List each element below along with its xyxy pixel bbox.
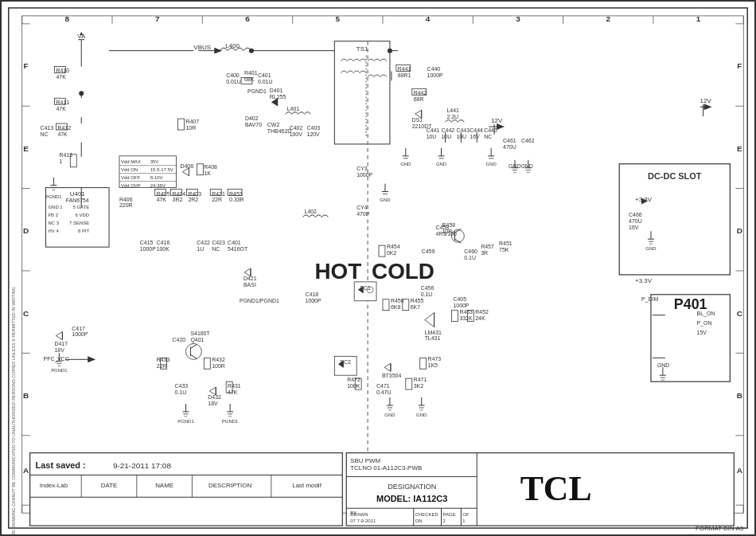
svg-text:C461: C461 bbox=[503, 138, 516, 143]
svg-text:3R: 3R bbox=[481, 250, 488, 256]
svg-text:R454: R454 bbox=[387, 244, 400, 249]
svg-text:THIS DRAWING CANNOT BE COMMUNI: THIS DRAWING CANNOT BE COMMUNICATED TO U… bbox=[11, 287, 16, 534]
svg-text:DATE: DATE bbox=[101, 482, 118, 489]
svg-text:PGND1: PGND1 bbox=[222, 419, 239, 424]
svg-text:C456: C456 bbox=[421, 285, 435, 291]
svg-text:GND: GND bbox=[486, 162, 497, 166]
svg-text:332K: 332K bbox=[459, 315, 473, 321]
svg-text:Vdd ON: Vdd ON bbox=[121, 167, 138, 172]
svg-text:GND: GND bbox=[416, 413, 427, 417]
svg-text:BY: BY bbox=[350, 511, 357, 515]
svg-text:47K: 47K bbox=[56, 74, 66, 80]
svg-text:BT3504: BT3504 bbox=[382, 373, 401, 378]
svg-text:F: F bbox=[737, 61, 742, 70]
svg-text:DESIGNATION: DESIGNATION bbox=[388, 483, 436, 491]
svg-text:BL_ON: BL_ON bbox=[697, 311, 715, 317]
svg-text:R472: R472 bbox=[347, 377, 360, 382]
svg-text:R451: R451 bbox=[499, 241, 512, 246]
svg-text:ON: ON bbox=[415, 518, 423, 523]
svg-text:CY3: CY3 bbox=[357, 166, 368, 171]
svg-text:C471: C471 bbox=[376, 383, 390, 389]
svg-text:L401: L401 bbox=[287, 106, 300, 112]
svg-text:C402: C402 bbox=[290, 125, 303, 131]
svg-text:NC: NC bbox=[212, 246, 220, 252]
svg-text:Vdd OVP: Vdd OVP bbox=[121, 183, 141, 188]
svg-text:C440: C440 bbox=[427, 66, 441, 72]
svg-text:4: 4 bbox=[426, 14, 431, 23]
svg-text:12V: 12V bbox=[491, 117, 503, 124]
svg-text:C400: C400 bbox=[226, 72, 240, 78]
svg-text:Last saved :: Last saved : bbox=[36, 460, 86, 470]
svg-text:47K: 47K bbox=[57, 131, 68, 137]
svg-text:9-21-2011  17:08: 9-21-2011 17:08 bbox=[113, 461, 171, 470]
svg-text:BAV70: BAV70 bbox=[245, 122, 262, 127]
svg-text:0.1U: 0.1U bbox=[421, 291, 433, 297]
svg-text:NAME: NAME bbox=[155, 482, 173, 489]
svg-text:8-10V: 8-10V bbox=[150, 175, 163, 180]
svg-text:A: A bbox=[737, 466, 742, 475]
svg-text:C401: C401 bbox=[228, 240, 241, 245]
svg-text:1K: 1K bbox=[204, 170, 211, 176]
svg-text:C459: C459 bbox=[422, 248, 435, 254]
svg-text:220R: 220R bbox=[119, 202, 133, 208]
svg-text:0K2: 0K2 bbox=[387, 250, 396, 256]
svg-text:6 VDD: 6 VDD bbox=[76, 213, 90, 217]
svg-text:1: 1 bbox=[696, 14, 701, 23]
svg-text:GND: GND bbox=[657, 362, 669, 368]
svg-text:R431: R431 bbox=[228, 383, 241, 389]
svg-text:1: 1 bbox=[59, 158, 62, 164]
svg-text:C401: C401 bbox=[258, 72, 271, 78]
svg-text:07  7-9-2011: 07 7-9-2011 bbox=[350, 518, 376, 523]
svg-text:C442: C442 bbox=[442, 127, 455, 133]
svg-text:10U: 10U bbox=[427, 134, 437, 139]
svg-text:0.01U: 0.01U bbox=[258, 79, 273, 84]
svg-text:TCLNO  01-A112C3-PWB: TCLNO 01-A112C3-PWB bbox=[350, 464, 422, 471]
svg-text:24-38V: 24-38V bbox=[150, 183, 166, 188]
svg-text:C444: C444 bbox=[470, 127, 483, 133]
svg-text:R453: R453 bbox=[459, 309, 473, 315]
svg-text:2.2U: 2.2U bbox=[446, 114, 458, 119]
svg-text:R452: R452 bbox=[475, 309, 489, 315]
svg-text:CW2: CW2 bbox=[267, 122, 280, 127]
svg-text:88R1: 88R1 bbox=[398, 72, 411, 78]
svg-text:1000P: 1000P bbox=[357, 172, 372, 178]
svg-text:B: B bbox=[23, 391, 29, 400]
svg-text:D417: D417 bbox=[54, 341, 68, 346]
svg-text:47K: 47K bbox=[56, 106, 66, 112]
svg-text:C420: C420 bbox=[173, 337, 186, 342]
svg-text:P_ON: P_ON bbox=[697, 320, 712, 327]
svg-text:GND 1: GND 1 bbox=[48, 205, 63, 209]
svg-text:E: E bbox=[23, 144, 29, 153]
svg-text:R408: R408 bbox=[204, 164, 217, 170]
svg-text:GND: GND bbox=[645, 246, 657, 251]
svg-text:5: 5 bbox=[336, 14, 341, 23]
svg-text:TL431: TL431 bbox=[425, 335, 441, 341]
svg-text:Last modif: Last modif bbox=[292, 482, 321, 489]
svg-text:2R2: 2R2 bbox=[188, 197, 198, 202]
svg-text:C416: C416 bbox=[157, 240, 170, 245]
svg-text:Index-Lab: Index-Lab bbox=[40, 482, 68, 489]
svg-text:18V: 18V bbox=[54, 347, 64, 353]
svg-text:C458: C458 bbox=[436, 225, 450, 230]
svg-text:Vdd OFF: Vdd OFF bbox=[121, 175, 141, 180]
svg-text:S4160T: S4160T bbox=[190, 331, 210, 336]
svg-text:16V: 16V bbox=[470, 134, 480, 139]
svg-text:D408: D408 bbox=[180, 163, 193, 169]
svg-text:GND: GND bbox=[380, 198, 391, 202]
svg-text:GND: GND bbox=[400, 162, 411, 166]
svg-text:C403: C403 bbox=[307, 125, 321, 131]
svg-text:MODEL: IA112C3: MODEL: IA112C3 bbox=[376, 494, 447, 503]
svg-text:PGND1: PGND1 bbox=[177, 419, 194, 424]
svg-text:GND: GND bbox=[436, 162, 447, 166]
svg-text:2: 2 bbox=[606, 14, 611, 23]
svg-text:BASI: BASI bbox=[244, 282, 256, 288]
svg-text:R456: R456 bbox=[391, 298, 404, 303]
svg-text:DC-DC SLOT: DC-DC SLOT bbox=[648, 171, 702, 181]
svg-text:FAN6754: FAN6754 bbox=[66, 198, 89, 203]
svg-text:C433: C433 bbox=[175, 383, 189, 389]
svg-text:▲: ▲ bbox=[79, 30, 84, 36]
svg-text:D401: D401 bbox=[270, 88, 283, 93]
svg-text:35V: 35V bbox=[150, 159, 159, 164]
svg-point-434 bbox=[249, 49, 254, 53]
svg-text:100V: 100V bbox=[290, 131, 303, 137]
